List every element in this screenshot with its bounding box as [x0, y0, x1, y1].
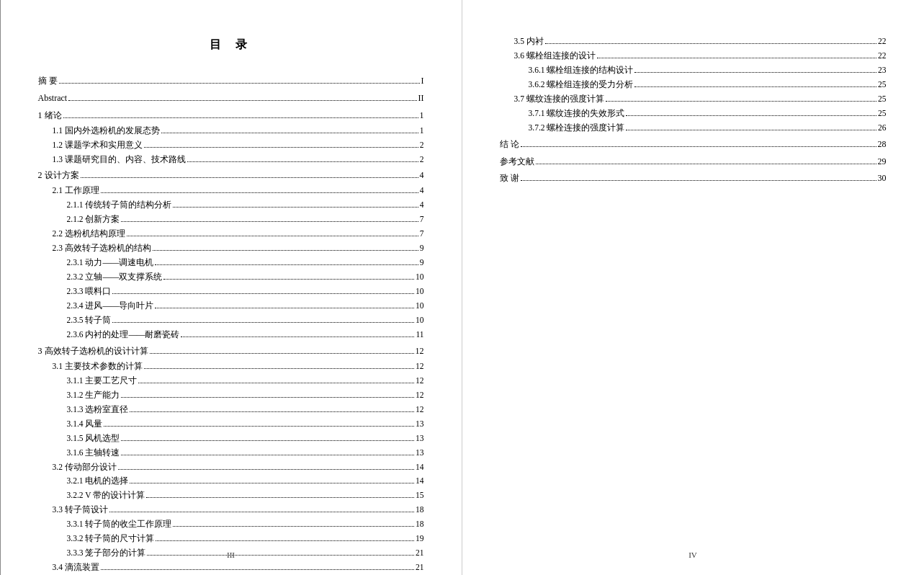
toc-label: 2.1 工作原理 — [53, 184, 99, 197]
toc-entry: 3.3.1 转子筒的收尘工作原理18 — [38, 517, 424, 531]
toc-entry: 2 设计方案4 — [38, 169, 424, 183]
toc-page: 9 — [420, 241, 424, 255]
right-page-footer: IV — [462, 548, 924, 562]
toc-entry: 2.1 工作原理4 — [38, 184, 424, 197]
toc-page: 22 — [878, 35, 887, 48]
toc-entry: 3.4 滴流装置21 — [38, 561, 424, 574]
toc-entry: 3.7.2 螺栓连接的强度计算26 — [500, 121, 887, 135]
toc-entry: 3.1.6 主轴转速13 — [38, 446, 424, 460]
toc-page: 13 — [416, 432, 424, 445]
toc-dots — [130, 483, 414, 483]
toc-entry: 2.3.2 立轴——双支撑系统10 — [38, 270, 424, 284]
toc-page: 1 — [420, 109, 424, 123]
toc-label: 2.3 高效转子选粉机的结构 — [53, 241, 151, 255]
right-toc: 3.5 内衬223.6 螺栓组连接的设计223.6.1 螺栓组连接的结构设计23… — [500, 35, 887, 186]
toc-page: 25 — [878, 107, 887, 120]
toc-entry: 1 绪论1 — [38, 109, 424, 123]
toc-page: 2 — [420, 153, 424, 166]
toc-page: 10 — [416, 285, 424, 298]
toc-label: 3.4 滴流装置 — [53, 561, 99, 574]
toc-page: 9 — [420, 256, 424, 269]
toc-entry: 2.1.1 传统转子筒的结构分析4 — [38, 198, 424, 212]
toc-page: 10 — [416, 299, 424, 313]
toc-dots — [606, 101, 876, 102]
toc-page: 21 — [416, 561, 424, 574]
toc-label: 摘 要 — [38, 74, 58, 89]
toc-entry: 3.7.1 螺纹连接的失效形式25 — [500, 107, 887, 120]
toc-page: 12 — [416, 403, 424, 416]
toc-entry: 3.6 螺栓组连接的设计22 — [500, 49, 887, 63]
toc-dots — [597, 58, 876, 58]
toc-dots — [101, 192, 418, 193]
toc-label: 3.5 内衬 — [514, 35, 544, 48]
toc-page: 10 — [416, 270, 424, 284]
toc-page: 4 — [420, 169, 424, 183]
left-page-footer: III — [1, 548, 462, 562]
toc-page: 14 — [416, 460, 424, 474]
toc-label: 3.6 螺栓组连接的设计 — [514, 49, 596, 63]
toc-entry: 3.1.3 选粉室直径12 — [38, 403, 424, 416]
toc-dots — [181, 336, 414, 337]
toc-page: 28 — [878, 138, 887, 152]
toc-label: 3.7.1 螺纹连接的失效形式 — [529, 107, 625, 120]
toc-page: 10 — [416, 313, 424, 327]
toc-dots — [161, 133, 418, 133]
toc-entry: 3.3 转子筒设计18 — [38, 503, 424, 517]
toc-dots — [626, 130, 876, 130]
toc-entry: 1.1 国内外选粉机的发展态势1 — [38, 124, 424, 138]
toc-page: 12 — [416, 388, 424, 402]
toc-label: 2.3.3 喂料口 — [67, 285, 112, 298]
toc-dots — [634, 86, 876, 87]
toc-label: 2.3.2 立轴——双支撑系统 — [67, 270, 163, 284]
toc-page: 23 — [878, 63, 887, 77]
left-page: 目 录 摘 要IAbstractII1 绪论11.1 国内外选粉机的发展态势11… — [1, 0, 462, 575]
toc-page: 14 — [416, 474, 424, 488]
toc-dots — [121, 455, 414, 455]
toc-dots — [634, 72, 876, 73]
toc-entry: 3.1.2 生产能力12 — [38, 388, 424, 402]
toc-page: 4 — [420, 184, 424, 197]
toc-entry: 2.3.1 动力——调速电机9 — [38, 256, 424, 269]
toc-page: 13 — [416, 417, 424, 431]
toc-entry: 参考文献29 — [500, 155, 887, 169]
toc-label: 2.2 选粉机结构原理 — [53, 227, 125, 241]
toc-page: 26 — [878, 121, 887, 135]
toc-entry: 3.2 传动部分设计14 — [38, 460, 424, 474]
toc-dots — [101, 569, 414, 570]
toc-label: 参考文献 — [500, 155, 534, 169]
toc-dots — [104, 426, 414, 427]
toc-entry: 3.3.2 转子筒的尺寸计算19 — [38, 532, 424, 545]
toc-dots — [173, 207, 418, 208]
toc-dots — [59, 83, 420, 84]
left-toc: 摘 要IAbstractII1 绪论11.1 国内外选粉机的发展态势11.2 课… — [38, 74, 424, 574]
toc-label: 3.1.4 风量 — [67, 417, 103, 431]
toc-dots — [153, 250, 418, 251]
toc-page: 25 — [878, 78, 887, 92]
toc-label: 1.2 课题学术和实用意义 — [53, 138, 143, 152]
toc-entry: 2.2 选粉机结构原理7 — [38, 227, 424, 241]
toc-label: 2.3.6 内衬的处理——耐磨瓷砖 — [67, 328, 180, 342]
toc-entry: 2.1.2 创新方案7 — [38, 213, 424, 226]
toc-dots — [109, 512, 414, 512]
toc-dots — [536, 164, 876, 164]
toc-dots — [163, 279, 414, 280]
toc-label: 3.2 传动部分设计 — [53, 460, 117, 474]
toc-page: 19 — [416, 532, 424, 545]
toc-dots — [118, 469, 414, 470]
toc-label: 2.3.1 动力——调速电机 — [67, 256, 154, 269]
toc-label: 1.3 课题研究目的、内容、技术路线 — [53, 153, 186, 166]
toc-entry: 2.3.6 内衬的处理——耐磨瓷砖11 — [38, 328, 424, 342]
toc-page: I — [421, 74, 424, 89]
toc-entry: 3.6.2 螺栓组连接的受力分析25 — [500, 78, 887, 92]
toc-dots — [130, 411, 414, 412]
toc-label: 致 谢 — [500, 171, 519, 186]
toc-label: 2.1.1 传统转子筒的结构分析 — [67, 198, 172, 212]
toc-page: 18 — [416, 517, 424, 531]
toc-dots — [187, 161, 418, 162]
toc-entry: 3.5 内衬22 — [500, 35, 887, 48]
toc-label: 3.7.2 螺栓连接的强度计算 — [529, 121, 625, 135]
toc-dots — [81, 177, 418, 178]
toc-label: 3.7 螺纹连接的强度计算 — [514, 92, 604, 106]
toc-entry: 2.3.5 转子筒10 — [38, 313, 424, 327]
toc-page: 1 — [420, 124, 424, 138]
